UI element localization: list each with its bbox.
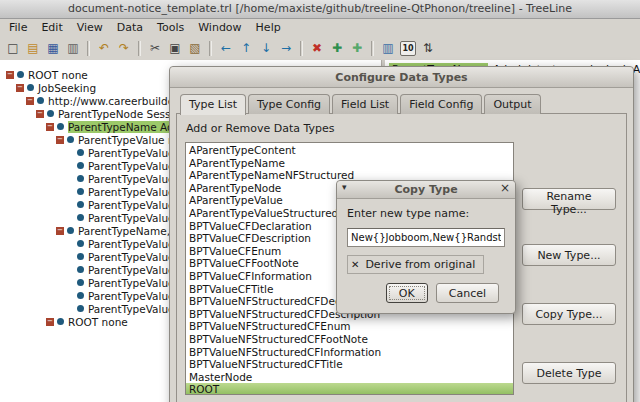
menu-window[interactable]: Window: [191, 20, 248, 35]
checkbox-label: Derive from original: [365, 258, 475, 271]
tree-item-label: ParentTypeNode Session: [58, 108, 187, 120]
delete-node-icon[interactable]: ✖: [307, 39, 327, 58]
type-list-item[interactable]: BPTValueNFStructuredCFEnum: [186, 320, 513, 333]
ok-button[interactable]: OK: [386, 283, 428, 303]
toolbar-separator: [209, 41, 212, 56]
sort-icon[interactable]: ⇅: [418, 39, 438, 58]
config-dialog-titlebar[interactable]: Configure Data Types: [170, 67, 633, 88]
move-down-icon[interactable]: ↓: [256, 39, 276, 58]
type-list-item[interactable]: AParentTypeName: [186, 157, 513, 170]
expander-icon[interactable]: −: [56, 227, 64, 235]
checkbox-check-icon: ✕: [351, 259, 359, 270]
rename-type-button[interactable]: Rename Type...: [522, 188, 616, 210]
type-list-item[interactable]: AParentTypeContent: [186, 144, 513, 157]
node-bullet-icon: [27, 84, 34, 91]
node-bullet-icon: [77, 292, 84, 299]
tab-type-config[interactable]: Type Config: [248, 94, 330, 114]
node-bullet-icon: [77, 188, 84, 195]
node-bullet-icon: [77, 162, 84, 169]
window-title: document-notice_template.trl [/home/maxi…: [68, 2, 572, 15]
tab-type-list[interactable]: Type List: [180, 94, 246, 115]
derive-from-original-checkbox[interactable]: ✕ Derive from original: [347, 255, 484, 274]
undo-icon[interactable]: ↶: [94, 39, 114, 58]
open-folder-icon[interactable]: ▤: [23, 39, 43, 58]
type-list-item[interactable]: BPTValueNFStructuredCFInformation: [186, 346, 513, 359]
insert-sibling-icon[interactable]: ✚: [327, 39, 347, 58]
node-bullet-icon: [77, 266, 84, 273]
expander-icon[interactable]: −: [46, 123, 54, 131]
print-icon[interactable]: ▥: [63, 39, 83, 58]
node-bullet-icon: [67, 227, 74, 234]
move-left-icon[interactable]: ←: [216, 39, 236, 58]
toolbar: □▤▦▥↶↷✂▣▧←↑↓→✖✚✚▥10⇅: [0, 36, 640, 61]
menu-view[interactable]: View: [70, 20, 110, 35]
menu-help[interactable]: Help: [249, 20, 288, 35]
window-menu-icon[interactable]: ▾: [342, 182, 347, 192]
menu-file[interactable]: File: [2, 20, 34, 35]
copy-dialog-titlebar[interactable]: ▾ Copy Type ×: [337, 181, 515, 199]
node-bullet-icon: [37, 97, 44, 104]
type-list-item[interactable]: BPTValueNFStructuredCFTitle: [186, 358, 513, 371]
redo-icon[interactable]: ↷: [114, 39, 134, 58]
move-up-icon[interactable]: ↑: [236, 39, 256, 58]
node-bullet-icon: [67, 136, 74, 143]
toolbar-separator: [300, 41, 303, 56]
node-bullet-icon: [77, 305, 84, 312]
window-titlebar[interactable]: document-notice_template.trl [/home/maxi…: [0, 0, 640, 19]
tree-item-label: JobSeeking: [38, 82, 96, 94]
save-icon[interactable]: ▦: [43, 39, 63, 58]
new-document-icon[interactable]: □: [3, 39, 23, 58]
copy-icon[interactable]: ▣: [165, 39, 185, 58]
toolbar-separator: [371, 41, 374, 56]
copy-dialog-title: Copy Type: [394, 183, 457, 196]
node-bullet-icon: [77, 214, 84, 221]
menu-edit[interactable]: Edit: [34, 20, 69, 35]
copy-type-dialog: ▾ Copy Type × Enter new type name: ✕ Der…: [336, 180, 516, 314]
cancel-button[interactable]: Cancel: [436, 283, 499, 303]
cut-icon[interactable]: ✂: [145, 39, 165, 58]
expander-icon[interactable]: −: [56, 136, 64, 144]
node-bullet-icon: [77, 240, 84, 247]
node-bullet-icon: [47, 110, 54, 117]
config-dialog-title: Configure Data Types: [335, 71, 467, 84]
node-bullet-icon: [77, 175, 84, 182]
copy-dialog-buttons: OK Cancel: [347, 283, 505, 303]
tab-field-list[interactable]: Field List: [332, 94, 398, 114]
copy-type-button[interactable]: Copy Type...: [522, 303, 616, 325]
node-bullet-icon: [17, 71, 24, 78]
data-columns-icon[interactable]: ▥: [378, 39, 398, 58]
expander-icon[interactable]: −: [16, 84, 24, 92]
tree-item-label: ROOT none: [68, 316, 128, 328]
config-tab-bar: Type ListType ConfigField ListField Conf…: [176, 94, 627, 114]
expander-icon[interactable]: −: [46, 318, 54, 326]
insert-child-icon[interactable]: ✚: [347, 39, 367, 58]
close-icon[interactable]: ×: [500, 181, 510, 195]
menu-data[interactable]: Data: [110, 20, 150, 35]
copy-dialog-body: Enter new type name: ✕ Derive from origi…: [337, 199, 515, 313]
expander-icon[interactable]: −: [36, 110, 44, 118]
node-bullet-icon: [57, 123, 64, 130]
node-bullet-icon: [77, 279, 84, 286]
expander-icon[interactable]: −: [26, 97, 34, 105]
app-window: document-notice_template.trl [/home/maxi…: [0, 0, 640, 61]
node-bullet-icon: [77, 253, 84, 260]
tab-field-config[interactable]: Field Config: [400, 94, 482, 114]
menu-bar: FileEditViewDataToolsWindowHelp: [0, 19, 640, 36]
node-bullet-icon: [77, 149, 84, 156]
tree-item-label: ROOT none: [28, 69, 88, 81]
node-bullet-icon: [77, 201, 84, 208]
paste-icon[interactable]: ▧: [185, 39, 205, 58]
prompt-label: Enter new type name:: [347, 207, 505, 220]
tab-output[interactable]: Output: [484, 94, 540, 114]
expander-icon[interactable]: −: [6, 71, 14, 79]
type-list-item[interactable]: ROOT: [186, 383, 513, 395]
menu-tools[interactable]: Tools: [150, 20, 191, 35]
move-right-icon[interactable]: →: [276, 39, 296, 58]
new-type-name-input[interactable]: [347, 228, 505, 247]
type-list-item[interactable]: MasterNode: [186, 371, 513, 384]
new-type-button[interactable]: New Type...: [522, 244, 616, 266]
type-list-item[interactable]: BPTValueNFStructuredCFFootNote: [186, 333, 513, 346]
toolbar-separator: [87, 41, 90, 56]
delete-type-button[interactable]: Delete Type: [522, 362, 616, 384]
numbering-toggle-icon[interactable]: 10: [400, 41, 416, 56]
